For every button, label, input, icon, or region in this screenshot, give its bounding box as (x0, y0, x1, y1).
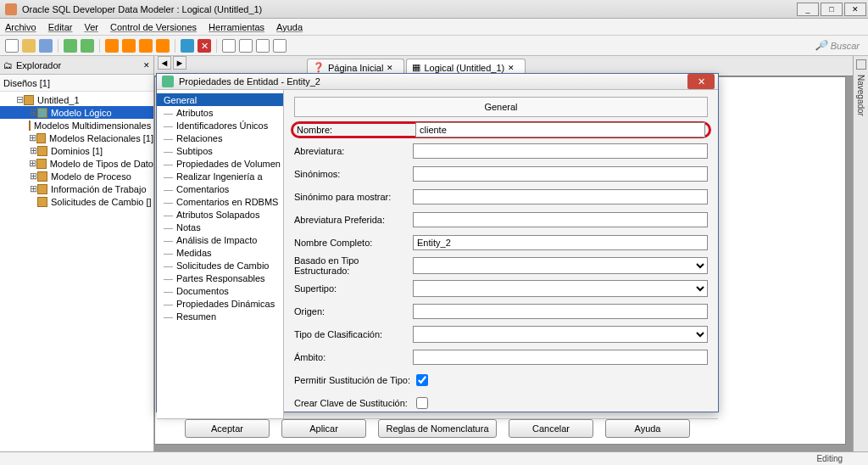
zoom-reset-icon[interactable] (273, 39, 287, 53)
nav-cambio[interactable]: —Solicitudes de Cambio (157, 259, 283, 272)
dialog-buttons: Aceptar Aplicar Reglas de Nomenclatura C… (157, 418, 718, 438)
nav-comentarios[interactable]: —Comentarios (157, 182, 283, 195)
label-super: Supertipo: (294, 283, 413, 294)
close-icon[interactable]: ✕ (143, 61, 150, 70)
tab-home-label: Página Inicial (328, 63, 383, 73)
nav-impacto[interactable]: —Análisis de Impacto (157, 233, 283, 246)
abrev-pref-field[interactable] (413, 212, 708, 227)
nombre-field[interactable] (415, 122, 705, 137)
nombre-completo-field[interactable] (413, 235, 708, 250)
app-icon (5, 3, 17, 15)
menu-archivo[interactable]: Archivo (5, 22, 36, 32)
tree: ⊟Untitled_1 ⊞Modelo Lógico Modelos Multi… (0, 92, 153, 210)
origen-field[interactable] (413, 304, 708, 319)
menu-herramientas[interactable]: Herramientas (209, 22, 264, 32)
sinonimos-field[interactable] (413, 166, 708, 182)
nav-docs[interactable]: —Documentos (157, 284, 283, 297)
tree-node-multidim[interactable]: Modelos Multidimensionales [] (0, 119, 153, 132)
sinonimo-mostrar-field[interactable] (413, 189, 708, 204)
dialog-close-button[interactable]: ✕ (687, 74, 715, 89)
minimize-button[interactable]: _ (797, 3, 819, 16)
nav-relaciones[interactable]: —Relaciones (157, 132, 283, 144)
tree-node-root[interactable]: ⊟Untitled_1 (0, 93, 153, 106)
search-placeholder: Buscar (831, 41, 860, 51)
label-abrevp: Abreviatura Preferida: (294, 215, 413, 225)
close-button[interactable]: ✕ (844, 3, 866, 16)
label-crear: Crear Clave de Sustitución: (294, 398, 413, 408)
ayuda-button[interactable]: Ayuda (605, 419, 690, 438)
nav-subtipos[interactable]: —Subtipos (157, 144, 283, 157)
designs-label: Diseños [1] (3, 78, 50, 88)
forward-icon[interactable] (181, 39, 194, 53)
explorer-icon: 🗂 (3, 60, 13, 70)
tree-node-datatypes[interactable]: ⊞Modelo de Tipos de Dato (0, 157, 153, 170)
open-icon[interactable] (22, 39, 36, 53)
binoculars-icon: 🔎 (815, 40, 827, 51)
explorer-tab[interactable]: 🗂 Explorador ✕ (0, 56, 153, 75)
maximize-button[interactable]: □ (821, 3, 843, 16)
nav-medidas[interactable]: —Medidas (157, 246, 283, 259)
explorer-panel: 🗂 Explorador ✕ Diseños [1] ⊟Untitled_1 ⊞… (0, 56, 154, 451)
aceptar-button[interactable]: Aceptar (185, 419, 270, 438)
permit-checkbox[interactable] (416, 374, 428, 386)
navigator-tab[interactable]: Navegador (856, 75, 865, 116)
stop-icon[interactable]: ✕ (198, 39, 211, 53)
label-nombre: Nombre: (297, 125, 415, 135)
tree-header: Diseños [1] (0, 75, 153, 92)
tree-node-changes[interactable]: Solicitudes de Cambio [] (0, 195, 153, 208)
nav-notas[interactable]: —Notas (157, 221, 283, 233)
redo-icon[interactable] (81, 39, 94, 53)
close-icon[interactable]: ✕ (387, 64, 395, 72)
label-sinon: Sinónimos: (294, 169, 413, 179)
tool-icon[interactable] (139, 39, 153, 53)
nav-resumen[interactable]: —Resumen (157, 310, 283, 322)
undo-icon[interactable] (64, 39, 77, 53)
section-header: General (294, 97, 708, 117)
nav-back-icon[interactable]: ◄ (158, 56, 171, 70)
nav-com-rdbms[interactable]: —Comentarios en RDBMS (157, 195, 283, 208)
menu-ayuda[interactable]: Ayuda (276, 22, 303, 32)
nav-general[interactable]: General (157, 93, 283, 106)
window-title: Oracle SQL Developer Data Modeler : Logi… (22, 4, 262, 14)
menu-versiones[interactable]: Control de Versiones (110, 22, 197, 32)
tool-icon[interactable] (105, 39, 119, 53)
tab-logical-label: Logical (Untitled_1) (424, 63, 504, 73)
nav-partes[interactable]: —Partes Responsables (157, 272, 283, 284)
supertipo-select[interactable] (413, 280, 708, 297)
menu-ver[interactable]: Ver (84, 22, 98, 32)
clasificacion-select[interactable] (413, 326, 708, 343)
tree-node-relational[interactable]: ⊞Modelos Relacionales [1] (0, 132, 153, 144)
nav-solapados[interactable]: —Atributos Solapados (157, 208, 283, 221)
crear-checkbox[interactable] (416, 397, 428, 409)
zoom-fit-icon[interactable] (256, 39, 270, 53)
menubar: Archivo Editar Ver Control de Versiones … (0, 19, 868, 36)
nav-atributos[interactable]: —Atributos (157, 106, 283, 119)
ambito-field[interactable] (413, 350, 708, 365)
restore-icon[interactable] (856, 59, 866, 70)
save-icon[interactable] (39, 39, 53, 53)
nav-ingenieria[interactable]: —Realizar Ingeniería a (157, 170, 283, 182)
tree-node-domains[interactable]: ⊞Dominios [1] (0, 144, 153, 157)
tree-node-process[interactable]: ⊞Modelo de Proceso (0, 170, 153, 182)
nav-volumen[interactable]: —Propiedades de Volumen (157, 157, 283, 170)
cursor-icon[interactable] (5, 39, 19, 53)
aplicar-button[interactable]: Aplicar (281, 419, 366, 438)
reglas-button[interactable]: Reglas de Nomenclatura (378, 419, 497, 438)
close-icon[interactable]: ✕ (508, 64, 516, 72)
label-sinonm: Sinónimo para mostrar: (294, 192, 413, 202)
nav-dinamicas[interactable]: —Propiedades Dinámicas (157, 297, 283, 310)
nav-ids[interactable]: —Identificadores Únicos (157, 119, 283, 132)
cancelar-button[interactable]: Cancelar (509, 419, 593, 438)
tree-node-logical[interactable]: ⊞Modelo Lógico (0, 106, 153, 119)
zoom-out-icon[interactable] (239, 39, 253, 53)
nav-fwd-icon[interactable]: ► (173, 56, 186, 70)
menu-editar[interactable]: Editar (48, 22, 73, 32)
tool-icon[interactable] (156, 39, 170, 53)
basado-select[interactable] (413, 257, 708, 274)
abreviatura-field[interactable] (413, 143, 708, 159)
tool-icon[interactable] (122, 39, 136, 53)
zoom-in-icon[interactable] (222, 39, 236, 53)
status-editing: Editing (816, 454, 843, 463)
tree-node-info[interactable]: ⊞Información de Trabajo (0, 182, 153, 195)
search-box[interactable]: 🔎 Buscar (815, 40, 860, 51)
